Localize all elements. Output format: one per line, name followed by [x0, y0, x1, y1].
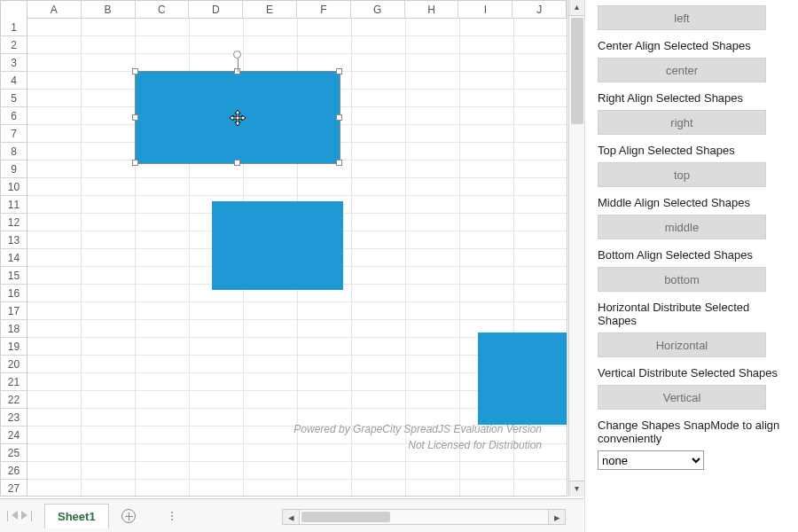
row-header[interactable]: 26 [1, 462, 27, 480]
cell[interactable] [352, 267, 406, 285]
cell[interactable] [244, 302, 298, 320]
row-header[interactable]: 21 [1, 373, 27, 391]
row-header[interactable]: 4 [1, 72, 27, 90]
cell[interactable] [190, 178, 244, 196]
cell[interactable] [27, 302, 82, 320]
cell[interactable] [406, 391, 460, 409]
cell[interactable] [352, 160, 406, 178]
cell[interactable] [514, 178, 567, 196]
cell[interactable] [460, 285, 514, 302]
cell[interactable] [352, 391, 406, 409]
cell[interactable] [82, 320, 136, 338]
cell[interactable] [82, 249, 136, 267]
cell[interactable] [244, 160, 298, 178]
row-header[interactable]: 7 [1, 125, 27, 143]
cell[interactable] [82, 214, 136, 231]
cell[interactable] [82, 409, 136, 426]
nav-last-icon[interactable] [31, 511, 32, 521]
cell[interactable] [27, 320, 82, 338]
vertical-scroll-thumb[interactable] [571, 18, 583, 124]
cell[interactable] [82, 391, 136, 409]
cell[interactable] [244, 409, 298, 426]
row-header[interactable]: 5 [1, 90, 27, 107]
select-all-corner[interactable] [1, 1, 27, 19]
cell[interactable] [190, 373, 244, 391]
cell[interactable] [298, 462, 352, 480]
cell[interactable] [460, 178, 514, 196]
cell[interactable] [352, 231, 406, 249]
cell[interactable] [82, 19, 136, 36]
cell[interactable] [298, 302, 352, 320]
row-header[interactable]: 6 [1, 107, 27, 125]
cell[interactable] [244, 320, 298, 338]
cell[interactable] [136, 267, 190, 285]
cell[interactable] [136, 462, 190, 480]
col-header-A[interactable]: A [27, 1, 82, 19]
cell[interactable] [190, 356, 244, 373]
horizontal-distribute-button[interactable]: Horizontal [598, 332, 766, 357]
cell[interactable] [406, 160, 460, 178]
row-header[interactable]: 2 [1, 36, 27, 54]
cell[interactable] [514, 249, 567, 267]
row-header[interactable]: 10 [1, 178, 27, 196]
row-header[interactable]: 16 [1, 285, 27, 302]
shape3[interactable] [478, 332, 567, 425]
cell[interactable] [352, 72, 406, 90]
row-header[interactable]: 1 [1, 19, 27, 36]
cell[interactable] [352, 214, 406, 231]
cell[interactable] [352, 178, 406, 196]
cell[interactable] [27, 196, 82, 214]
cell[interactable] [82, 302, 136, 320]
cell[interactable] [27, 267, 82, 285]
cell[interactable] [27, 444, 82, 462]
selection-handle[interactable] [132, 160, 138, 166]
row-header[interactable]: 27 [1, 480, 27, 497]
cell[interactable] [352, 320, 406, 338]
cell[interactable] [82, 143, 136, 160]
cell[interactable] [136, 54, 190, 72]
cell[interactable] [244, 338, 298, 356]
cell[interactable] [406, 72, 460, 90]
cell[interactable] [406, 320, 460, 338]
nav-first-icon[interactable] [7, 511, 8, 521]
cell[interactable] [352, 107, 406, 125]
row-header[interactable]: 22 [1, 391, 27, 409]
cell[interactable] [190, 19, 244, 36]
cell[interactable] [136, 320, 190, 338]
cell[interactable] [406, 196, 460, 214]
cell[interactable] [190, 391, 244, 409]
cell[interactable] [82, 178, 136, 196]
cell[interactable] [352, 356, 406, 373]
cell[interactable] [136, 249, 190, 267]
cell[interactable] [514, 285, 567, 302]
cell[interactable] [298, 36, 352, 54]
row-header[interactable]: 11 [1, 196, 27, 214]
col-header-B[interactable]: B [82, 1, 136, 19]
cell[interactable] [514, 107, 567, 125]
cell[interactable] [298, 480, 352, 497]
cell[interactable] [82, 444, 136, 462]
cell[interactable] [190, 444, 244, 462]
cell[interactable] [244, 356, 298, 373]
cell[interactable] [136, 409, 190, 426]
cell[interactable] [244, 19, 298, 36]
vertical-scrollbar[interactable]: ▴ ▾ [568, 0, 584, 497]
row-header[interactable]: 9 [1, 160, 27, 178]
col-header-E[interactable]: E [243, 1, 297, 19]
cell[interactable] [136, 373, 190, 391]
cell[interactable] [27, 338, 82, 356]
row-header[interactable]: 24 [1, 426, 27, 444]
cell[interactable] [406, 285, 460, 302]
cell[interactable] [190, 480, 244, 497]
cell[interactable] [244, 373, 298, 391]
cell[interactable] [27, 214, 82, 231]
cell[interactable] [460, 302, 514, 320]
cell[interactable] [406, 125, 460, 143]
cell[interactable] [460, 125, 514, 143]
cell[interactable] [244, 54, 298, 72]
row-header[interactable]: 15 [1, 267, 27, 285]
cell[interactable] [27, 391, 82, 409]
cell[interactable] [298, 19, 352, 36]
cell[interactable] [460, 196, 514, 214]
grid[interactable]: A B C D E F G H I J 12345678910111213141… [0, 0, 567, 497]
